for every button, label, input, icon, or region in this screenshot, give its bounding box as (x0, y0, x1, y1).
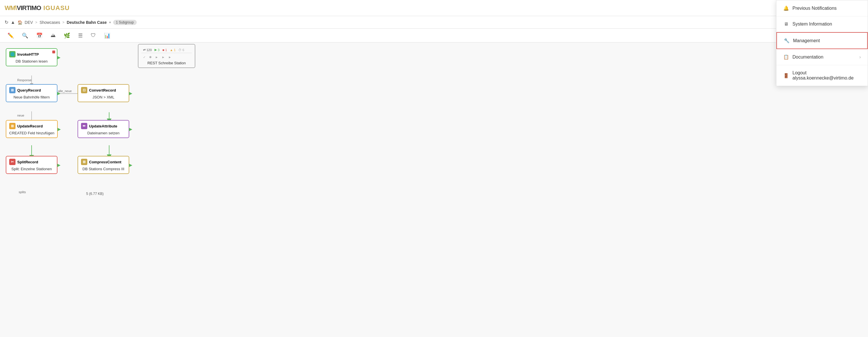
display-icon: 🖥 (783, 22, 789, 27)
connector-alleneue: alle_neue (58, 89, 72, 93)
breadcrumb-sep1: > (35, 21, 37, 24)
stat-play: ▶ 3 (155, 48, 159, 52)
breadcrumb-showcases[interactable]: Showcases (40, 20, 60, 25)
breadcrumb-bar: ↻ ▲ 🏠 DEV > Showcases > Deutsche Bahn Ca… (0, 16, 868, 29)
home-icon: 🏠 (18, 20, 22, 25)
compress-header: ⊞ CompressContent ▶ (81, 159, 126, 165)
invoke-header: 🌐 InvokeHTTP ▶ (9, 51, 54, 58)
documentation-label: Documentation (793, 55, 824, 60)
connector-svg (0, 42, 868, 337)
menu-item-management[interactable]: 🔧 Management (776, 32, 868, 49)
system-info-label: System Information (793, 22, 832, 27)
update-label: CREATED Feld hinzufügen (9, 130, 54, 135)
logout-icon: 🚪 (783, 73, 789, 78)
dropdown-menu: 🔔 Previous Notifications 🖥 System Inform… (776, 0, 868, 86)
connector-neue: neue (17, 114, 24, 117)
split-header: ✂ SplitRecord ▶ (9, 159, 54, 165)
node-split-record[interactable]: ✂ SplitRecord ▶ Split: Einzelne Statione… (6, 156, 57, 174)
filter-icon: ⇌ (143, 48, 146, 52)
updateattr-header: ✏ UpdateAttribute ▶ (81, 123, 126, 129)
chevron-down-icon: ▾ (109, 21, 111, 24)
layout-button[interactable]: ☰ (75, 31, 86, 40)
menu-item-system-info[interactable]: 🖥 System Information (776, 16, 868, 32)
rest-stats: ⇌ 120 ▶ 3 ■ 1 ▲ 1 ⏱ 6 (141, 47, 192, 53)
split-icon: ✂ (9, 159, 16, 165)
logo-wm: WM\ (5, 4, 17, 12)
convert-icon: ⊡ (81, 87, 87, 93)
zoom-button[interactable]: 🔍 (19, 31, 31, 40)
stat-error: ■ 1 (162, 48, 167, 52)
compress-stat: 5 (6.77 KB) (86, 192, 104, 196)
toolbar: ✏️ 🔍 📅 ⛰ 🌿 ☰ 🛡 📊 (0, 29, 868, 42)
header: WM\ VIRTIMO IGUASU 🔍 ⚠️ ℹ️ 🖥 (0, 0, 868, 16)
refresh-button[interactable]: ↻ (5, 20, 8, 25)
rest-label: REST Schreibe Station (141, 60, 192, 65)
node-compress-content[interactable]: ⊞ CompressContent ▶ DB Stations Compress… (78, 156, 129, 174)
node-update-attribute[interactable]: ✏ UpdateAttribute ▶ Dateinamen setzen (78, 120, 129, 138)
logo-virtimo: VIRTIMO (17, 4, 41, 12)
subgroup-badge[interactable]: 1 Subgroup (113, 20, 137, 25)
stat-count: ⇌ 120 (143, 48, 152, 52)
prev-notifications-label: Previous Notifications (793, 6, 837, 11)
chart-button[interactable]: 📊 (101, 31, 113, 40)
compress-arrow: ▶ (129, 163, 132, 167)
clock-icon: ⏱ (178, 48, 182, 52)
upload-button[interactable]: ⛰ (48, 31, 59, 40)
menu-item-prev-notifications[interactable]: 🔔 Previous Notifications (776, 0, 868, 16)
invoke-arrow: ▶ (57, 55, 60, 60)
compress-label: DB Stations Compress III (81, 166, 126, 171)
rest-checkmarks: ✓✱►►► (141, 54, 192, 60)
connector-response: Response (17, 78, 32, 82)
updateattr-icon: ✏ (81, 123, 87, 129)
node-rest-station[interactable]: ⇌ 120 ▶ 3 ■ 1 ▲ 1 ⏱ 6 ✓✱►►► REST Schreib (138, 44, 195, 68)
node-convert-record[interactable]: ⊡ ConvertRecord ▶ JSON > XML (78, 84, 129, 102)
connector-splits: splits (19, 190, 26, 194)
stat-clock: ⏱ 6 (178, 48, 184, 52)
calendar-button[interactable]: 📅 (33, 31, 45, 40)
stat-warning: ▲ 1 (170, 48, 176, 52)
update-icon: ⊞ (9, 123, 16, 129)
node-invoke-http[interactable]: 🌐 InvokeHTTP ▶ DB Stationen lesen (6, 48, 57, 66)
logo-iguasu: IGUASU (43, 4, 70, 12)
logo: WM\ VIRTIMO IGUASU (5, 4, 69, 12)
branch-button[interactable]: 🌿 (61, 31, 73, 40)
wrench-icon: 🔧 (784, 38, 789, 43)
logout-label: Logout alyssa.koennecke@virtimo.de (793, 70, 861, 81)
breadcrumb-current: Deutsche Bahn Case (67, 20, 106, 25)
menu-item-logout[interactable]: 🚪 Logout alyssa.koennecke@virtimo.de (776, 65, 868, 86)
invoke-label: DB Stationen lesen (9, 59, 54, 63)
update-header: ⊞ UpdateRecord ▶ (9, 123, 54, 129)
warning-icon: ▲ (170, 48, 173, 52)
node-update-record[interactable]: ⊞ UpdateRecord ▶ CREATED Feld hinzufügen (6, 120, 58, 138)
convert-label: JSON > XML (81, 95, 126, 99)
menu-item-documentation[interactable]: 📋 Documentation › (776, 49, 868, 65)
query-header: ⊞ QueryRecord ▶ (9, 87, 54, 93)
shield-button[interactable]: 🛡 (88, 31, 99, 40)
breadcrumb-dev[interactable]: DEV (25, 20, 33, 25)
docs-icon: 📋 (783, 54, 789, 60)
update-arrow: ▶ (57, 127, 61, 132)
management-label: Management (793, 38, 820, 43)
canvas: ⇌ 120 ▶ 3 ■ 1 ▲ 1 ⏱ 6 ✓✱►►► REST Schreib (0, 42, 868, 337)
error-icon: ■ (162, 48, 164, 52)
breadcrumb-sep2: > (62, 21, 64, 24)
node-query-record[interactable]: ⊞ QueryRecord ▶ Neue Bahnhöfe filtern (6, 84, 57, 102)
play-icon: ▶ (155, 48, 157, 52)
convert-arrow: ▶ (129, 91, 132, 96)
chevron-right-icon: › (859, 55, 861, 60)
up-button[interactable]: ▲ (11, 20, 15, 25)
query-label: Neue Bahnhöfe filtern (9, 95, 54, 99)
convert-header: ⊡ ConvertRecord ▶ (81, 87, 126, 93)
updateattr-arrow: ▶ (129, 127, 132, 132)
updateattr-label: Dateinamen setzen (81, 130, 126, 135)
invoke-icon: 🌐 (9, 51, 16, 58)
bell-icon: 🔔 (783, 5, 789, 11)
split-label: Split: Einzelne Stationen (9, 166, 54, 171)
error-dot (52, 50, 55, 54)
query-icon: ⊞ (9, 87, 16, 93)
split-arrow: ▶ (57, 163, 60, 167)
compress-icon: ⊞ (81, 159, 87, 165)
edit-button[interactable]: ✏️ (5, 31, 17, 40)
